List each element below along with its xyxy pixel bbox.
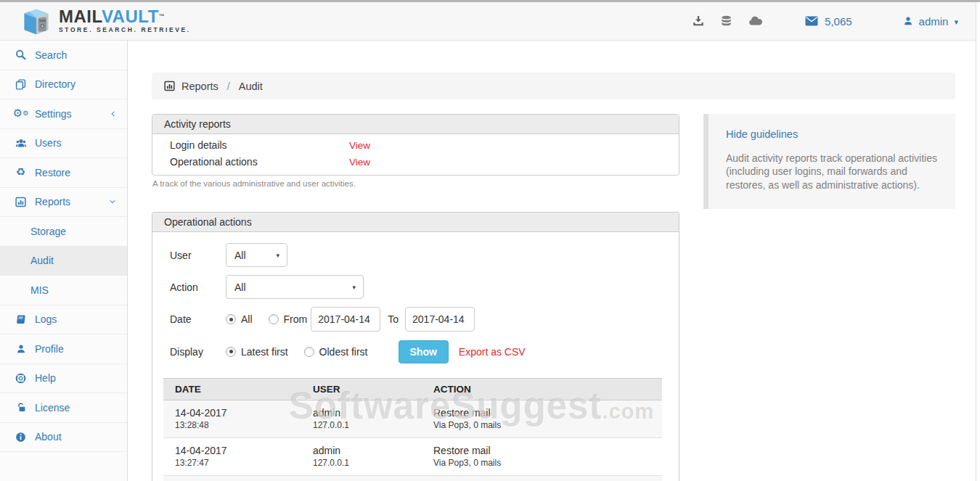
guidelines-text: Audit activity reports track operational…: [726, 152, 938, 192]
sidebar-item-settings[interactable]: ⚙⚙ Settings: [0, 99, 127, 129]
sidebar-item-audit[interactable]: Audit: [0, 247, 127, 276]
info-icon: [15, 432, 27, 443]
latest-first-radio[interactable]: [226, 347, 236, 357]
show-button[interactable]: Show: [399, 340, 449, 363]
view-login-details-link[interactable]: View: [349, 137, 370, 154]
cell-user: admin127.0.0.1: [301, 476, 422, 481]
header-actions: 5,065 admin ▾: [693, 15, 958, 28]
breadcrumb-separator: /: [227, 81, 230, 92]
table-row: 14-04-201713:28:48 admin127.0.0.1 Restor…: [163, 400, 662, 438]
brand-tagline: STORE. SEARCH. RETRIEVE.: [59, 26, 191, 33]
table-header-row: DATE USER ACTION: [163, 379, 662, 400]
mail-counter[interactable]: 5,065: [805, 15, 852, 28]
bar-chart-icon: [164, 81, 175, 91]
sidebar-item-search[interactable]: Search: [0, 41, 127, 70]
bar-chart-icon: [15, 197, 27, 207]
date-from-input[interactable]: [311, 307, 380, 332]
sidebar-label: Audit: [30, 255, 54, 266]
sidebar-item-about[interactable]: About: [0, 423, 127, 453]
sidebar-item-help[interactable]: Help: [0, 364, 127, 394]
header-date: DATE: [163, 379, 301, 400]
cell-date: 14-04-201713:27:47: [163, 438, 301, 476]
operational-actions-panel: Operational actions User All ▾ Action: [152, 212, 679, 481]
scrollbar-track[interactable]: [976, 2, 980, 481]
sidebar-item-users[interactable]: Users: [0, 129, 127, 159]
oldest-first-label: Oldest first: [319, 346, 368, 358]
sidebar-label: Restore: [35, 167, 70, 178]
date-to-label: To: [388, 313, 399, 325]
cell-action: Restore mailVia Pop3, 0 mails: [422, 400, 662, 438]
breadcrumb-page: Audit: [239, 81, 263, 92]
cell-user: admin127.0.0.1: [301, 438, 422, 476]
mailvault-logo[interactable]: MAILVAULT™ STORE. SEARCH. RETRIEVE.: [20, 6, 191, 36]
table-row: 14-04-201713:27:47 admin127.0.0.1 Restor…: [163, 438, 662, 476]
cloud-icon[interactable]: [748, 15, 763, 27]
sidebar-item-reports[interactable]: Reports: [0, 188, 127, 218]
mail-count: 5,065: [825, 15, 852, 28]
activity-reports-caption: A track of the various administrative an…: [152, 179, 679, 188]
action-label: Action: [170, 281, 226, 293]
cell-date: 14-04-201713:26:47: [163, 476, 301, 481]
sidebar-item-logs[interactable]: Logs: [0, 305, 127, 335]
download-icon[interactable]: [693, 15, 704, 27]
caret-down-icon: ▾: [954, 17, 958, 27]
sidebar-label: License: [35, 402, 70, 414]
display-filter-row: Display Latest first Oldest first Show E…: [170, 340, 668, 363]
sidebar-label: Reports: [35, 196, 70, 207]
action-select[interactable]: All ▾: [226, 275, 364, 299]
logo-text: MAILVAULT™ STORE. SEARCH. RETRIEVE.: [59, 9, 191, 33]
date-all-radio[interactable]: [226, 314, 236, 324]
sidebar-item-license[interactable]: License: [0, 393, 127, 423]
main-content: Reports / Audit Activity reports Login d…: [128, 41, 980, 481]
date-from-radio[interactable]: [269, 314, 279, 324]
user-menu[interactable]: admin ▾: [903, 15, 958, 28]
brand-title: MAILVAULT™: [59, 9, 191, 25]
oldest-first-radio[interactable]: [304, 347, 314, 357]
user-avatar-icon: [903, 16, 913, 26]
sidebar-item-directory[interactable]: Directory: [0, 70, 127, 100]
gears-icon: ⚙⚙: [15, 108, 27, 119]
sidebar-item-profile[interactable]: Profile: [0, 334, 127, 364]
user-select[interactable]: All ▾: [226, 243, 287, 267]
sidebar-label: MIS: [30, 284, 49, 296]
search-icon: [15, 49, 27, 60]
header-icon-group: [693, 15, 763, 28]
select-caret-icon: ▾: [276, 252, 279, 259]
lock-icon: [15, 402, 27, 413]
date-to-input[interactable]: [405, 307, 475, 332]
sidebar-label: Help: [35, 372, 56, 384]
activity-row-login: Login details View: [170, 137, 667, 154]
sidebar-label: Storage: [30, 226, 66, 237]
user-filter-row: User All ▾: [170, 243, 668, 267]
export-csv-link[interactable]: Export as CSV: [459, 346, 526, 358]
username: admin: [919, 15, 949, 28]
breadcrumb-section[interactable]: Reports: [181, 81, 219, 92]
header-action: ACTION: [422, 379, 662, 400]
select-caret-icon: ▾: [352, 284, 356, 291]
database-icon[interactable]: [720, 15, 732, 28]
activity-reports-title: Activity reports: [152, 115, 679, 134]
header-user: USER: [301, 379, 422, 400]
recycle-icon: ♻: [15, 167, 27, 178]
vault-cube-icon: [20, 6, 52, 36]
sidebar: Search Directory ⚙⚙ Settings Users: [0, 41, 128, 481]
date-label: Date: [170, 313, 226, 325]
sidebar-label: Search: [35, 49, 67, 61]
activity-row-label: Operational actions: [170, 154, 349, 170]
guidelines-panel: Hide guidelines Audit activity reports t…: [703, 114, 955, 209]
activity-row-operational: Operational actions View: [170, 154, 667, 170]
chevron-left-icon: [110, 110, 117, 118]
sidebar-item-storage[interactable]: Storage: [0, 217, 127, 247]
activity-reports-panel: Activity reports Login details View Oper…: [152, 114, 679, 176]
breadcrumb: Reports / Audit: [152, 73, 955, 99]
view-operational-actions-link[interactable]: View: [349, 154, 370, 170]
chevron-down-icon: [108, 198, 117, 205]
action-select-value: All: [234, 281, 246, 293]
hide-guidelines-link[interactable]: Hide guidelines: [726, 128, 798, 140]
sidebar-item-mis[interactable]: MIS: [0, 276, 127, 305]
sidebar-item-restore[interactable]: ♻ Restore: [0, 158, 127, 188]
action-filter-row: Action All ▾: [170, 275, 668, 299]
cell-date: 14-04-201713:28:48: [163, 400, 301, 438]
sidebar-label: Users: [35, 137, 62, 149]
copy-icon: [15, 79, 27, 90]
